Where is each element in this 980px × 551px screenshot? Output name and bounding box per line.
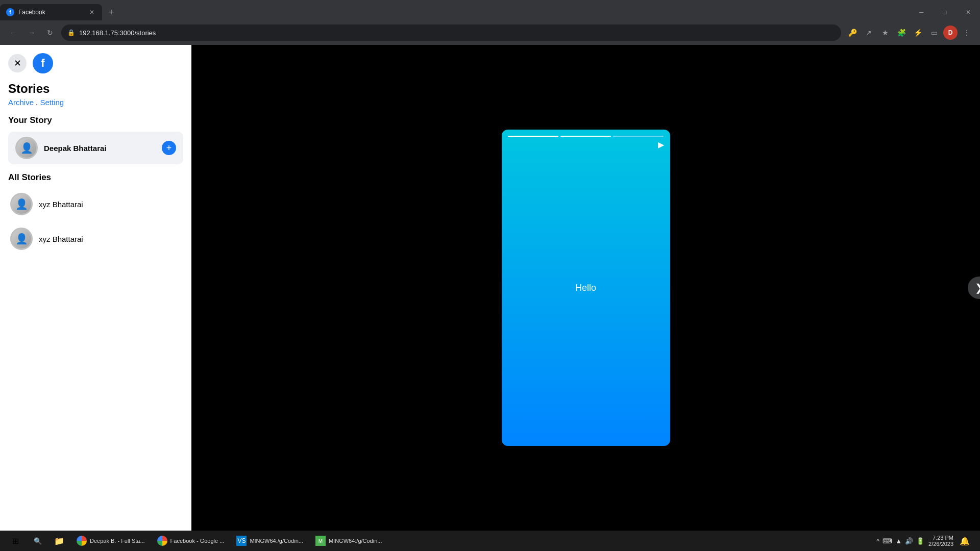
tab-title: Facebook: [18, 9, 84, 16]
avatar-person-icon-1: 👤: [15, 198, 28, 210]
stories-title: Stories: [8, 82, 183, 96]
chrome-icon-2: [157, 536, 167, 546]
battery-icon[interactable]: 🔋: [916, 537, 924, 545]
avatar-inner: 👤: [17, 138, 36, 158]
taskbar-item-terminal-1[interactable]: VS MINGW64:/g/Codin...: [231, 532, 308, 550]
your-story-username: Deepak Bhattarai: [44, 144, 107, 153]
taskbar-item-browser-1[interactable]: Deepak B. - Full Sta...: [71, 532, 150, 550]
taskbar-label-1: Deepak B. - Full Sta...: [90, 538, 145, 544]
clock-time: 7:23 PM: [928, 535, 953, 541]
play-story-button[interactable]: ▶: [658, 140, 664, 149]
taskbar-item-terminal-2[interactable]: M MINGW64:/g/Codin...: [310, 532, 387, 550]
notification-bell-icon: 🔔: [960, 536, 970, 546]
your-story-heading: Your Story: [8, 115, 183, 126]
all-stories-heading: All Stories: [8, 172, 183, 183]
story-avatar-2: 👤: [10, 228, 33, 250]
minimize-button[interactable]: ─: [910, 2, 933, 22]
close-stories-button[interactable]: ✕: [8, 54, 27, 72]
keyboard-icon[interactable]: ⌨: [883, 537, 892, 545]
archive-setting-links: Archive . Setting: [8, 98, 183, 107]
wifi-icon[interactable]: ▲: [895, 537, 902, 545]
new-tab-button[interactable]: +: [104, 5, 118, 19]
browser-chrome: f Facebook ✕ + ─ □ ✕ ← → ↻ 🔒 192.168.1.7…: [0, 0, 980, 45]
your-story-item[interactable]: 👤 Deepak Bhattarai +: [8, 132, 183, 164]
avatar-person-icon-2: 👤: [15, 233, 28, 245]
reload-button[interactable]: ↻: [43, 26, 57, 40]
file-explorer-icon: 📁: [54, 536, 64, 546]
tab-groups-icon[interactable]: ▭: [927, 26, 941, 40]
tab-favicon: f: [6, 8, 14, 16]
taskbar-item-browser-2[interactable]: Facebook - Google ...: [152, 532, 230, 550]
story-list-item-2[interactable]: 👤 xyz Bhattarai: [8, 223, 183, 254]
avatar-inner-2: 👤: [12, 229, 31, 248]
progress-bar-1: [508, 136, 558, 137]
maximize-button[interactable]: □: [933, 2, 957, 22]
story-username-2: xyz Bhattarai: [39, 235, 83, 243]
tab-bar: f Facebook ✕ + ─ □ ✕: [0, 0, 980, 20]
start-button[interactable]: ⊞: [4, 533, 27, 549]
bookmark-icon[interactable]: ★: [878, 26, 892, 40]
story-viewer: ▶ Hello: [502, 130, 670, 446]
main-content: ✕ f Stories Archive . Setting Your Story…: [0, 45, 980, 531]
share-icon[interactable]: ↗: [862, 26, 876, 40]
story-content-text: Hello: [575, 283, 596, 293]
back-button[interactable]: ←: [6, 26, 20, 40]
chrome-icon-1: [77, 536, 87, 546]
taskbar-time-date[interactable]: 7:23 PM 2/26/2023: [928, 535, 953, 547]
close-icon: ✕: [14, 58, 21, 69]
url-bar[interactable]: 🔒 192.168.1.75:3000/stories: [61, 24, 841, 41]
windows-icon: ⊞: [12, 536, 19, 546]
taskbar-label-4: MINGW64:/g/Codin...: [329, 538, 382, 544]
taskbar-label-2: Facebook - Google ...: [170, 538, 225, 544]
taskbar-label-3: MINGW64:/g/Codin...: [250, 538, 303, 544]
tray-chevron-icon[interactable]: ^: [876, 537, 879, 545]
url-text: 192.168.1.75:3000/stories: [79, 29, 835, 37]
story-avatar-1: 👤: [10, 193, 33, 215]
facebook-logo: f: [33, 53, 53, 73]
story-list-item[interactable]: 👤 xyz Bhattarai: [8, 189, 183, 219]
password-icon[interactable]: 🔑: [845, 26, 860, 40]
your-story-user: 👤 Deepak Bhattarai: [15, 137, 107, 159]
search-icon: 🔍: [34, 537, 42, 545]
progress-bars: [502, 130, 670, 137]
your-story-avatar: 👤: [15, 137, 38, 159]
progress-bar-2: [560, 136, 611, 137]
vscode-icon-1: VS: [236, 536, 247, 546]
terminal-icon-1: M: [315, 536, 326, 546]
taskbar: ⊞ 🔍 📁 Deepak B. - Full Sta... Facebook -…: [0, 531, 980, 551]
add-story-button[interactable]: +: [162, 141, 176, 155]
active-tab[interactable]: f Facebook ✕: [0, 4, 102, 20]
extension-icon[interactable]: 🧩: [894, 26, 909, 40]
volume-icon[interactable]: 🔊: [905, 537, 913, 545]
archive-link[interactable]: Archive: [8, 98, 34, 107]
next-story-button[interactable]: ❯: [968, 277, 980, 299]
address-bar: ← → ↻ 🔒 192.168.1.75:3000/stories 🔑 ↗ ★ …: [0, 20, 980, 45]
taskbar-right: ^ ⌨ ▲ 🔊 🔋 7:23 PM 2/26/2023 🔔: [876, 534, 976, 548]
taskbar-item-explorer[interactable]: 📁: [49, 532, 69, 550]
all-stories-list: 👤 xyz Bhattarai 👤 xyz Bhattarai: [8, 189, 183, 254]
sidebar-header: ✕ f: [8, 53, 183, 73]
dot-separator: .: [36, 98, 38, 107]
menu-button[interactable]: ⋮: [960, 26, 974, 40]
taskbar-item-search[interactable]: 🔍: [29, 532, 47, 550]
avatar-person-icon: 👤: [20, 142, 33, 154]
clock-date: 2/26/2023: [928, 541, 953, 547]
toolbar-icons: 🔑 ↗ ★ 🧩 ⚡ ▭ D ⋮: [845, 26, 974, 40]
tab-close-button[interactable]: ✕: [88, 8, 96, 16]
system-tray: ^ ⌨ ▲ 🔊 🔋: [876, 537, 924, 545]
avatar-inner-1: 👤: [12, 194, 31, 214]
story-username-1: xyz Bhattarai: [39, 200, 83, 209]
extensions-button[interactable]: ⚡: [911, 26, 925, 40]
notification-center-button[interactable]: 🔔: [958, 534, 972, 548]
lock-icon: 🔒: [67, 29, 75, 36]
progress-bar-3: [613, 136, 664, 137]
close-window-button[interactable]: ✕: [957, 2, 980, 22]
window-controls: ─ □ ✕: [910, 2, 980, 22]
profile-avatar[interactable]: D: [943, 26, 958, 40]
sidebar: ✕ f Stories Archive . Setting Your Story…: [0, 45, 191, 531]
story-area: ▶ Hello ❯: [191, 45, 980, 531]
setting-link[interactable]: Setting: [40, 98, 64, 107]
forward-button[interactable]: →: [24, 26, 39, 40]
